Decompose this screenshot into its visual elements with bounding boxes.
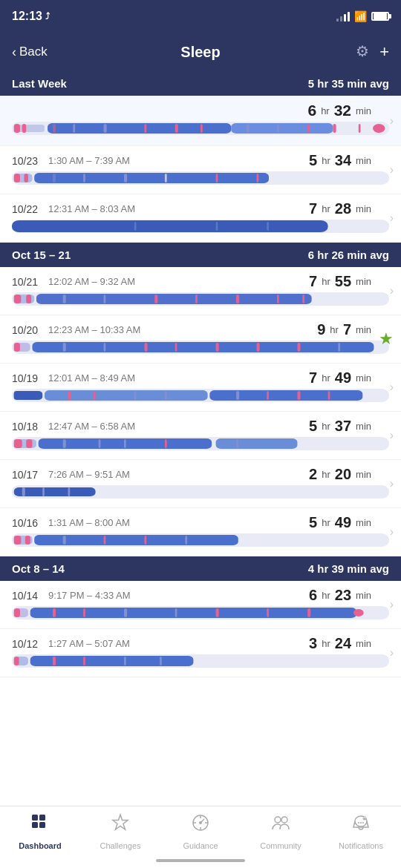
sleep-row[interactable]: 6 hr 32 min › — [0, 96, 401, 146]
sleep-time-range: 1:27 AM – 5:07 AM — [48, 638, 130, 649]
svg-rect-55 — [257, 343, 260, 352]
tab-guidance[interactable]: Guidance — [160, 812, 241, 850]
sleep-row[interactable]: 10/22 12:31 AM – 8:03 AM 7 hr 28 min › — [0, 194, 401, 243]
chevron-icon: › — [390, 211, 394, 225]
svg-rect-80 — [216, 438, 298, 449]
sleep-date: 10/12 — [12, 638, 38, 650]
tab-challenges[interactable]: Challenges — [80, 812, 160, 850]
svg-rect-28 — [257, 174, 259, 183]
sleep-time-range: 9:17 PM – 4:33 AM — [48, 590, 131, 601]
sleep-row[interactable]: 10/23 1:30 AM – 7:39 AM 5 hr 34 min › — [0, 146, 401, 194]
svg-point-138 — [360, 822, 362, 823]
sleep-date: 10/20 — [12, 324, 38, 336]
svg-point-107 — [353, 609, 364, 617]
svg-rect-30 — [12, 220, 328, 232]
week-label: Last Week — [12, 77, 67, 90]
svg-rect-31 — [134, 222, 137, 231]
svg-rect-62 — [68, 391, 71, 400]
svg-point-134 — [363, 818, 365, 820]
svg-rect-104 — [216, 608, 219, 617]
svg-rect-26 — [165, 174, 167, 183]
sleep-time-range: 12:47 AM – 6:58 AM — [48, 421, 135, 432]
svg-rect-53 — [175, 343, 177, 352]
svg-rect-12 — [247, 124, 250, 133]
sleep-row[interactable]: 10/14 9:17 PM – 4:33 AM 6 hr 23 min › — [0, 581, 401, 629]
sleep-meta: 10/12 1:27 AM – 5:07 AM — [12, 638, 130, 650]
sleep-date: 10/17 — [12, 469, 38, 481]
sleep-duration: 5 hr 49 min — [309, 514, 389, 531]
svg-rect-43 — [236, 295, 239, 303]
svg-rect-15 — [333, 124, 336, 133]
week-label: Oct 8 – 14 — [12, 562, 65, 575]
status-bar: 12:13 ⤴ 📶 — [0, 0, 401, 33]
tab-community[interactable]: Community — [241, 812, 321, 850]
sleep-time-range: 12:31 AM – 8:03 AM — [48, 203, 135, 214]
star-icon: ★ — [379, 329, 394, 349]
add-icon[interactable]: + — [379, 42, 389, 62]
svg-rect-78 — [124, 439, 126, 448]
dashboard-icon — [30, 812, 50, 838]
svg-rect-24 — [83, 174, 85, 183]
svg-rect-89 — [14, 536, 22, 545]
settings-icon[interactable]: ⚙ — [356, 42, 369, 62]
sleep-row[interactable]: 10/17 7:26 AM – 9:51 AM 2 hr 20 min › — [0, 460, 401, 508]
sleep-date: 10/14 — [12, 590, 38, 602]
sleep-bar — [12, 389, 389, 402]
sleep-bar — [12, 485, 389, 499]
tab-dashboard-label: Dashboard — [19, 841, 61, 850]
chevron-icon: › — [390, 284, 394, 297]
svg-rect-90 — [25, 536, 30, 545]
svg-rect-2 — [14, 124, 20, 133]
svg-rect-32 — [216, 222, 218, 231]
tab-notifications[interactable]: Notifications — [321, 812, 401, 850]
svg-rect-14 — [307, 124, 310, 133]
sleep-row[interactable]: 10/12 1:27 AM – 5:07 AM 3 hr 24 min › — [0, 629, 401, 677]
sleep-row[interactable]: 10/21 12:02 AM – 9:32 AM 7 hr 55 min › — [0, 267, 401, 315]
sleep-duration: 3 hr 24 min — [309, 635, 389, 652]
sleep-meta: 10/23 1:30 AM – 7:39 AM — [12, 155, 130, 167]
back-button[interactable]: ‹ Back — [12, 45, 106, 60]
tab-dashboard[interactable]: Dashboard — [0, 812, 80, 850]
sleep-row[interactable]: 10/19 12:01 AM – 8:49 AM 7 hr 49 min › — [0, 364, 401, 412]
sleep-bar — [12, 292, 389, 306]
sleep-time-range: 1:30 AM – 7:39 AM — [48, 155, 130, 166]
sleep-bar — [12, 122, 389, 135]
sleep-bar — [12, 533, 389, 547]
svg-rect-93 — [104, 536, 106, 545]
sleep-time-range: 12:23 AM – 10:33 AM — [48, 324, 140, 335]
svg-rect-67 — [236, 391, 239, 400]
svg-point-139 — [362, 822, 364, 823]
svg-rect-56 — [297, 343, 300, 352]
svg-rect-73 — [14, 439, 22, 448]
sleep-row[interactable]: 10/20 12:23 AM – 10:33 AM 9 hr 7 min ★ — [0, 315, 401, 364]
svg-rect-63 — [94, 391, 96, 400]
svg-rect-105 — [267, 608, 269, 617]
status-icons: 📶 — [336, 10, 389, 22]
sleep-bar — [12, 606, 389, 619]
sleep-meta: 10/16 1:31 AM – 8:00 AM — [12, 517, 130, 529]
header: ‹ Back Sleep ⚙ + — [0, 33, 401, 71]
sleep-duration: 5 hr 34 min — [309, 152, 389, 169]
sleep-meta: 10/20 12:23 AM – 10:33 AM — [12, 324, 140, 336]
sleep-meta: 10/22 12:31 AM – 8:03 AM — [12, 203, 135, 215]
svg-rect-103 — [175, 608, 177, 617]
header-actions: ⚙ + — [295, 42, 389, 62]
svg-line-127 — [200, 819, 204, 823]
sleep-row[interactable]: 10/18 12:47 AM – 6:58 AM 5 hr 37 min › — [0, 412, 401, 460]
svg-rect-98 — [14, 608, 20, 617]
svg-point-128 — [275, 817, 281, 823]
sleep-row[interactable]: 10/16 1:31 AM – 8:00 AM 5 hr 49 min › — [0, 508, 401, 556]
sleep-meta: 10/21 12:02 AM – 9:32 AM — [12, 276, 135, 288]
sleep-duration: 6 hr 23 min — [309, 587, 389, 604]
svg-rect-13 — [277, 124, 279, 133]
svg-rect-112 — [53, 657, 56, 665]
chevron-icon: › — [390, 429, 394, 442]
svg-rect-118 — [32, 822, 38, 828]
svg-rect-52 — [144, 343, 147, 352]
chevron-icon: › — [390, 381, 394, 394]
svg-rect-65 — [165, 391, 167, 400]
sleep-bar — [12, 220, 389, 233]
svg-rect-83 — [14, 487, 96, 496]
tab-guidance-label: Guidance — [183, 841, 218, 850]
svg-point-137 — [358, 822, 359, 823]
